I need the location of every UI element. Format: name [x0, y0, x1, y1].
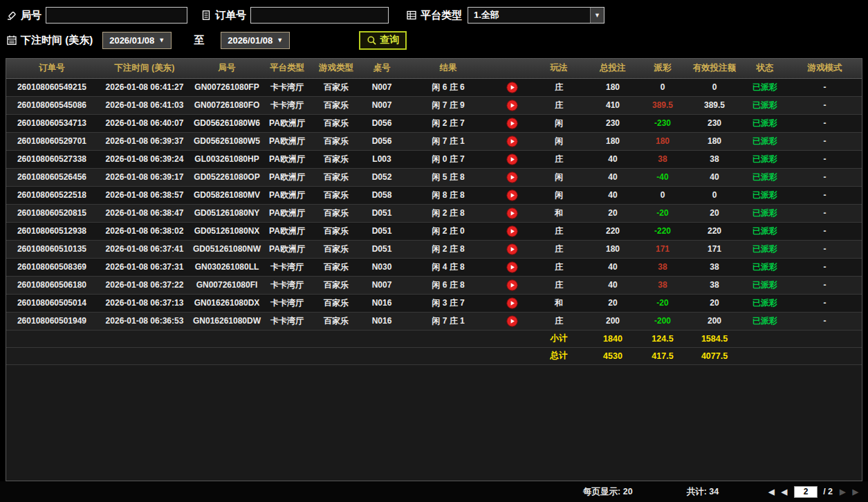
- play-video-icon[interactable]: [506, 189, 518, 201]
- table-row: 260108060508369 2026-01-08 06:37:31 GN03…: [6, 258, 862, 276]
- records-table-container: 订单号下注时间 (美东)局号平台类型游戏类型桌号结果玩法总投注派彩有效投注额状态…: [6, 58, 862, 481]
- cell-table-no: N007: [360, 78, 403, 96]
- cell-payout: 38: [638, 276, 687, 294]
- first-page-button[interactable]: ◀: [768, 488, 774, 496]
- cell-bet-time: 2026-01-08 06:41:03: [98, 96, 192, 114]
- page-total-label: / 2: [823, 487, 833, 496]
- cell-platform: PA欧洲厅: [262, 204, 312, 222]
- date-to-value: 2026/01/08: [228, 35, 273, 46]
- filter-row-1: 局号 订单号 平台类型 1.全部 ▼: [6, 6, 862, 25]
- play-video-icon[interactable]: [506, 225, 518, 237]
- records-table: 订单号下注时间 (美东)局号平台类型游戏类型桌号结果玩法总投注派彩有效投注额状态…: [6, 59, 862, 365]
- cell-play: 和: [530, 294, 587, 312]
- cell-play: 庄: [530, 78, 587, 96]
- play-video-icon[interactable]: [506, 315, 518, 327]
- cell-game-mode: -: [788, 258, 862, 276]
- cell-table-no: D056: [360, 132, 403, 150]
- play-video-icon[interactable]: [506, 82, 518, 93]
- table-row: 260108060512938 2026-01-08 06:38:02 GD05…: [6, 222, 862, 240]
- cell-game-mode: -: [788, 168, 862, 186]
- cell-game-type: 百家乐: [312, 186, 360, 204]
- cell-table-no: D051: [360, 240, 403, 258]
- cell-total-bet: 40: [587, 276, 638, 294]
- cell-status: 已派彩: [742, 276, 788, 294]
- cell-platform: 卡卡湾厅: [262, 276, 312, 294]
- cell-bet-time: 2026-01-08 06:37:13: [98, 294, 192, 312]
- cell-play: 庄: [530, 222, 587, 240]
- cell-order-no: 260108060510135: [6, 240, 98, 258]
- cell-play: 庄: [530, 312, 587, 330]
- date-to-select[interactable]: 2026/01/08 ▼: [221, 32, 290, 49]
- cell-valid-bet: 38: [687, 258, 742, 276]
- cell-status: 已派彩: [742, 96, 788, 114]
- per-page-value: 20: [623, 487, 633, 496]
- bottom-bar: 每页显示: 20 共计: 34 ◀ ◀ / 2 ▶ ▶: [0, 481, 868, 502]
- play-video-icon[interactable]: [506, 279, 518, 291]
- cell-payout: -20: [638, 204, 687, 222]
- date-from-select[interactable]: 2026/01/08 ▼: [102, 32, 172, 49]
- total-row: 总计 4530 417.5 4077.5: [6, 347, 862, 364]
- order-label: 订单号: [215, 9, 246, 22]
- cell-bet-time: 2026-01-08 06:39:17: [98, 168, 192, 186]
- cell-order-no: 260108060527338: [6, 150, 98, 168]
- cell-valid-bet: 40: [687, 168, 742, 186]
- play-video-icon[interactable]: [506, 297, 518, 309]
- table-row: 260108060522518 2026-01-08 06:38:57 GD05…: [6, 186, 862, 204]
- cell-result: 闲 2 庄 8: [403, 240, 493, 258]
- round-input[interactable]: [46, 7, 187, 24]
- cell-game-type: 百家乐: [312, 222, 360, 240]
- platform-select[interactable]: 1.全部 ▼: [468, 7, 604, 24]
- cell-total-bet: 20: [587, 204, 638, 222]
- play-video-icon[interactable]: [506, 118, 518, 129]
- cell-game-type: 百家乐: [312, 150, 360, 168]
- order-input[interactable]: [250, 7, 389, 24]
- play-video-icon[interactable]: [506, 136, 518, 147]
- round-label: 局号: [21, 9, 41, 22]
- per-page-display: 每页显示: 20: [583, 486, 633, 498]
- cell-game-mode: -: [788, 96, 862, 114]
- play-video-icon[interactable]: [506, 100, 518, 111]
- cell-bet-time: 2026-01-08 06:38:57: [98, 186, 192, 204]
- table-header-row: 订单号下注时间 (美东)局号平台类型游戏类型桌号结果玩法总投注派彩有效投注额状态…: [6, 59, 862, 78]
- cell-play: 庄: [530, 276, 587, 294]
- cell-platform: PA欧洲厅: [262, 240, 312, 258]
- total-payout: 417.5: [638, 347, 687, 364]
- cell-table-no: D056: [360, 114, 403, 132]
- table-foot: 小计 1840 124.5 1584.5 总计 4530 417.5 4077.…: [6, 330, 862, 364]
- cell-total-bet: 40: [587, 150, 638, 168]
- to-label: 至: [194, 34, 204, 47]
- play-video-icon[interactable]: [506, 154, 518, 165]
- cell-valid-bet: 0: [687, 78, 742, 96]
- page-input[interactable]: [794, 486, 818, 498]
- cell-order-no: 260108060520815: [6, 204, 98, 222]
- cell-play: 闲: [530, 168, 587, 186]
- cell-result: 闲 2 庄 8: [403, 204, 493, 222]
- cell-video: [493, 168, 530, 186]
- cell-table-no: N016: [360, 294, 403, 312]
- query-button[interactable]: 查询: [359, 31, 407, 50]
- table-row: 260108060549215 2026-01-08 06:41:27 GN00…: [6, 78, 862, 96]
- chevron-down-icon: ▼: [158, 37, 165, 44]
- cell-round-no: GD052261080OP: [192, 168, 262, 186]
- cell-round-no: GD051261080NX: [192, 222, 262, 240]
- play-video-icon[interactable]: [506, 243, 518, 255]
- cell-valid-bet: 200: [687, 312, 742, 330]
- cell-play: 庄: [530, 258, 587, 276]
- cell-valid-bet: 220: [687, 222, 742, 240]
- order-filter-group: 订单号: [200, 7, 389, 24]
- play-video-icon[interactable]: [506, 261, 518, 273]
- total-valid-bet: 4077.5: [687, 347, 742, 364]
- play-video-icon[interactable]: [506, 171, 518, 183]
- cell-platform: 卡卡湾厅: [262, 294, 312, 312]
- play-video-icon[interactable]: [506, 207, 518, 219]
- platform-selected-value: 1.全部: [468, 9, 590, 21]
- cell-play: 和: [530, 204, 587, 222]
- cell-payout: 171: [638, 240, 687, 258]
- cell-game-type: 百家乐: [312, 276, 360, 294]
- cell-status: 已派彩: [742, 240, 788, 258]
- cell-video: [493, 240, 530, 258]
- cell-game-type: 百家乐: [312, 312, 360, 330]
- cell-round-no: GN030261080LL: [192, 258, 262, 276]
- prev-page-button[interactable]: ◀: [782, 488, 787, 496]
- total-count-value: 34: [709, 487, 719, 496]
